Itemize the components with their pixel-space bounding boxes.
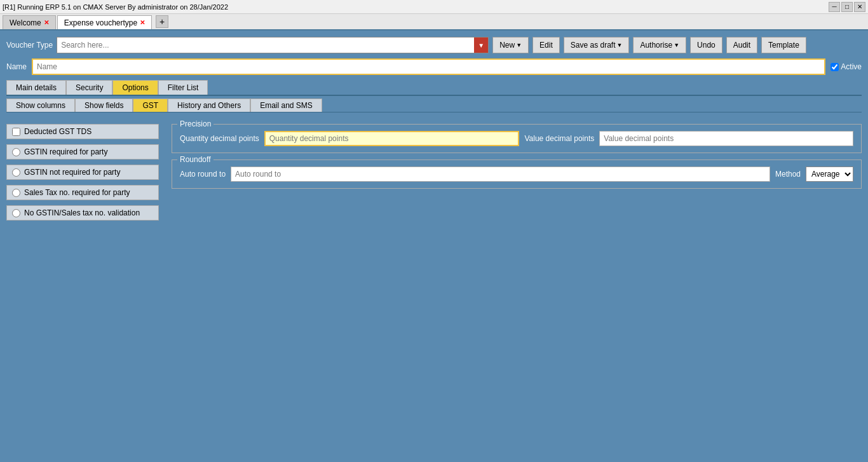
name-label: Name (6, 62, 27, 71)
deducted-gst-tds-item[interactable]: Deducted GST TDS (6, 124, 159, 139)
quantity-decimal-input[interactable] (264, 131, 520, 146)
right-panel: Precision Quantity decimal points Value … (172, 124, 862, 221)
name-row: Name Active (6, 58, 862, 75)
value-decimal-label: Value decimal points (524, 134, 594, 143)
roundoff-title: Roundoff (177, 155, 214, 164)
undo-button[interactable]: Undo (690, 37, 722, 53)
sub-tab-email-sms[interactable]: Email and SMS (250, 99, 322, 112)
deducted-gst-tds-label: Deducted GST TDS (24, 127, 92, 136)
roundoff-row: Auto round to Method Average Up Down (180, 166, 853, 182)
search-input[interactable] (57, 37, 474, 53)
nav-tabs: Main details Security Options Filter Lis… (6, 80, 862, 96)
sales-tax-required-radio[interactable] (12, 189, 20, 197)
active-checkbox[interactable] (831, 63, 839, 71)
gstin-required-label: GSTIN required for party (24, 147, 107, 156)
gstin-not-required-label: GSTIN not required for party (24, 168, 120, 177)
tab-security[interactable]: Security (66, 80, 112, 95)
deducted-gst-tds-checkbox[interactable] (12, 128, 20, 136)
tab-main-details[interactable]: Main details (6, 80, 66, 95)
tab-expense-vouchertype[interactable]: Expense vouchertype ✕ (57, 15, 152, 29)
sub-tab-show-fields[interactable]: Show fields (75, 99, 133, 112)
left-panel: Deducted GST TDS GSTIN required for part… (6, 124, 159, 221)
authorise-button[interactable]: Authorise ▼ (633, 37, 686, 53)
gstin-required-item[interactable]: GSTIN required for party (6, 144, 159, 160)
active-checkbox-label: Active (831, 62, 862, 71)
window-controls: ─ □ ✕ (829, 2, 865, 12)
save-as-draft-button[interactable]: Save as draft ▼ (564, 37, 630, 53)
tab-bar: Welcome ✕ Expense vouchertype ✕ + (0, 14, 868, 31)
voucher-type-label: Voucher Type (6, 41, 53, 50)
precision-title: Precision (177, 119, 214, 128)
gst-layout: Deducted GST TDS GSTIN required for part… (6, 124, 862, 221)
content-area: Deducted GST TDS GSTIN required for part… (6, 119, 862, 226)
sub-tab-history-others[interactable]: History and Others (168, 99, 250, 112)
audit-button[interactable]: Audit (726, 37, 757, 53)
search-combo (57, 37, 489, 53)
name-input[interactable] (32, 58, 825, 75)
tab-options[interactable]: Options (112, 80, 158, 95)
authorise-dropdown-arrow[interactable]: ▼ (674, 42, 679, 48)
save-draft-dropdown-arrow[interactable]: ▼ (617, 42, 623, 48)
auto-round-label: Auto round to (180, 170, 226, 179)
minimize-button[interactable]: ─ (829, 2, 840, 12)
add-tab-button[interactable]: + (156, 15, 168, 28)
maximize-button[interactable]: □ (841, 2, 853, 12)
sub-tab-gst[interactable]: GST (133, 99, 168, 112)
tab-expense-close[interactable]: ✕ (140, 19, 145, 26)
auto-round-input[interactable] (231, 166, 770, 182)
title-text: [R1] Running ERP 5.1 on CMAX Server By a… (3, 3, 228, 11)
sales-tax-required-item[interactable]: Sales Tax no. required for party (6, 185, 159, 200)
title-bar: [R1] Running ERP 5.1 on CMAX Server By a… (0, 0, 868, 14)
precision-row: Quantity decimal points Value decimal po… (180, 131, 853, 146)
new-dropdown-arrow[interactable]: ▼ (516, 42, 522, 48)
no-gstin-validation-radio[interactable] (12, 209, 20, 217)
sub-tab-show-columns[interactable]: Show columns (6, 99, 75, 112)
new-button[interactable]: New ▼ (492, 37, 529, 53)
tab-welcome[interactable]: Welcome ✕ (3, 15, 56, 29)
method-select[interactable]: Average Up Down (806, 166, 853, 182)
gstin-not-required-item[interactable]: GSTIN not required for party (6, 165, 159, 180)
tab-welcome-close[interactable]: ✕ (44, 19, 49, 26)
main-content: Voucher Type New ▼ Edit Save as draft ▼ … (0, 31, 868, 462)
template-button[interactable]: Template (761, 37, 806, 53)
gstin-required-radio[interactable] (12, 148, 20, 156)
tab-welcome-label: Welcome (10, 18, 41, 27)
tab-expense-label: Expense vouchertype (64, 18, 137, 27)
no-gstin-validation-item[interactable]: No GSTIN/Sales tax no. validation (6, 205, 159, 221)
search-dropdown-arrow[interactable] (474, 37, 488, 53)
roundoff-group: Roundoff Auto round to Method Average Up… (172, 160, 862, 189)
sales-tax-required-label: Sales Tax no. required for party (24, 188, 130, 197)
value-decimal-input[interactable] (599, 131, 853, 146)
no-gstin-validation-label: No GSTIN/Sales tax no. validation (24, 208, 140, 217)
precision-group: Precision Quantity decimal points Value … (172, 124, 862, 153)
toolbar: Voucher Type New ▼ Edit Save as draft ▼ … (6, 37, 862, 53)
gstin-not-required-radio[interactable] (12, 168, 20, 177)
close-button[interactable]: ✕ (854, 2, 865, 12)
edit-button[interactable]: Edit (532, 37, 560, 53)
tab-filter-list[interactable]: Filter List (158, 80, 208, 95)
method-label: Method (775, 170, 801, 179)
quantity-decimal-label: Quantity decimal points (180, 134, 259, 143)
sub-nav-tabs: Show columns Show fields GST History and… (6, 96, 862, 112)
